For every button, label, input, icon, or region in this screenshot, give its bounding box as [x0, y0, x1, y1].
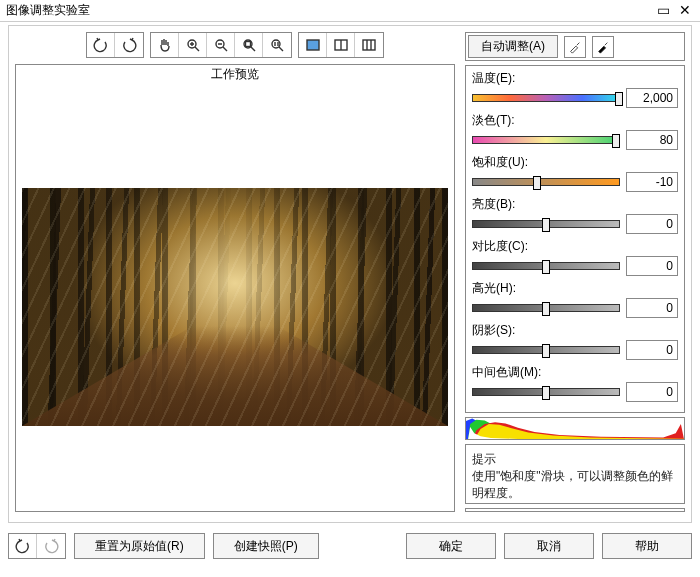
slider-handle[interactable]	[612, 134, 620, 148]
slider-tint: 淡色(T):	[472, 112, 678, 150]
redo-icon[interactable]	[37, 534, 65, 558]
slider-handle[interactable]	[542, 344, 550, 358]
histogram	[465, 417, 685, 440]
slider-value-input[interactable]	[626, 88, 678, 108]
reset-button[interactable]: 重置为原始值(R)	[74, 533, 205, 559]
slider-temperature: 温度(E):	[472, 70, 678, 108]
slider-handle[interactable]	[542, 386, 550, 400]
slider-value-input[interactable]	[626, 214, 678, 234]
slider-label: 中间色调(M):	[472, 364, 678, 381]
top-toolbar	[15, 32, 455, 58]
ok-button[interactable]: 确定	[406, 533, 496, 559]
window-title: 图像调整实验室	[6, 2, 90, 19]
slider-track[interactable]	[472, 304, 620, 312]
rotate-left-icon[interactable]	[87, 33, 115, 57]
eyedropper-white-icon[interactable]	[564, 36, 586, 58]
slider-handle[interactable]	[615, 92, 623, 106]
svg-point-4	[272, 40, 280, 48]
slider-track[interactable]	[472, 94, 620, 102]
rotate-right-icon[interactable]	[115, 33, 143, 57]
progress-strip	[465, 508, 685, 512]
slider-track[interactable]	[472, 136, 620, 144]
slider-label: 淡色(T):	[472, 112, 678, 129]
single-view-icon[interactable]	[299, 33, 327, 57]
slider-track[interactable]	[472, 178, 620, 186]
slider-value-input[interactable]	[626, 172, 678, 192]
zoom-100-icon[interactable]	[263, 33, 291, 57]
hint-title: 提示	[472, 451, 678, 468]
slider-value-input[interactable]	[626, 256, 678, 276]
undo-icon[interactable]	[9, 534, 37, 558]
hint-text: 使用"饱和度"滑块，可以调整颜色的鲜明程度。	[472, 468, 678, 502]
slider-brightness: 亮度(B):	[472, 196, 678, 234]
slider-label: 对比度(C):	[472, 238, 678, 255]
slider-handle[interactable]	[542, 260, 550, 274]
slider-track[interactable]	[472, 220, 620, 228]
split-view-icon[interactable]	[327, 33, 355, 57]
close-icon[interactable]: ✕	[676, 3, 694, 17]
slider-label: 饱和度(U):	[472, 154, 678, 171]
slider-label: 高光(H):	[472, 280, 678, 297]
slider-label: 温度(E):	[472, 70, 678, 87]
zoom-in-icon[interactable]	[179, 33, 207, 57]
slider-label: 亮度(B):	[472, 196, 678, 213]
slider-handle[interactable]	[533, 176, 541, 190]
svg-rect-3	[245, 42, 250, 47]
preview-panel: 工作预览	[15, 64, 455, 512]
preview-title: 工作预览	[16, 65, 454, 84]
zoom-fit-icon[interactable]	[235, 33, 263, 57]
preview-image[interactable]	[16, 84, 454, 511]
zoom-out-icon[interactable]	[207, 33, 235, 57]
snapshot-button[interactable]: 创建快照(P)	[213, 533, 319, 559]
slider-value-input[interactable]	[626, 130, 678, 150]
help-button[interactable]: 帮助	[602, 533, 692, 559]
slider-handle[interactable]	[542, 302, 550, 316]
pan-icon[interactable]	[151, 33, 179, 57]
slider-contrast: 对比度(C):	[472, 238, 678, 276]
svg-rect-8	[363, 40, 375, 50]
slider-value-input[interactable]	[626, 382, 678, 402]
hint-panel: 提示 使用"饱和度"滑块，可以调整颜色的鲜明程度。	[465, 444, 685, 504]
auto-adjust-button[interactable]: 自动调整(A)	[468, 35, 558, 58]
sliders-panel: 温度(E):淡色(T):饱和度(U):亮度(B):对比度(C):高光(H):阴影…	[465, 65, 685, 413]
eyedropper-black-icon[interactable]	[592, 36, 614, 58]
slider-shadows: 阴影(S):	[472, 322, 678, 360]
thumbnails-icon[interactable]	[355, 33, 383, 57]
slider-label: 阴影(S):	[472, 322, 678, 339]
maximize-icon[interactable]: ▭	[655, 3, 673, 17]
svg-rect-5	[307, 40, 319, 50]
slider-midtones: 中间色调(M):	[472, 364, 678, 402]
slider-handle[interactable]	[542, 218, 550, 232]
slider-track[interactable]	[472, 388, 620, 396]
titlebar: 图像调整实验室 ▭ ✕	[0, 0, 700, 22]
slider-value-input[interactable]	[626, 340, 678, 360]
slider-saturation: 饱和度(U):	[472, 154, 678, 192]
cancel-button[interactable]: 取消	[504, 533, 594, 559]
slider-track[interactable]	[472, 346, 620, 354]
slider-value-input[interactable]	[626, 298, 678, 318]
slider-highlights: 高光(H):	[472, 280, 678, 318]
slider-track[interactable]	[472, 262, 620, 270]
